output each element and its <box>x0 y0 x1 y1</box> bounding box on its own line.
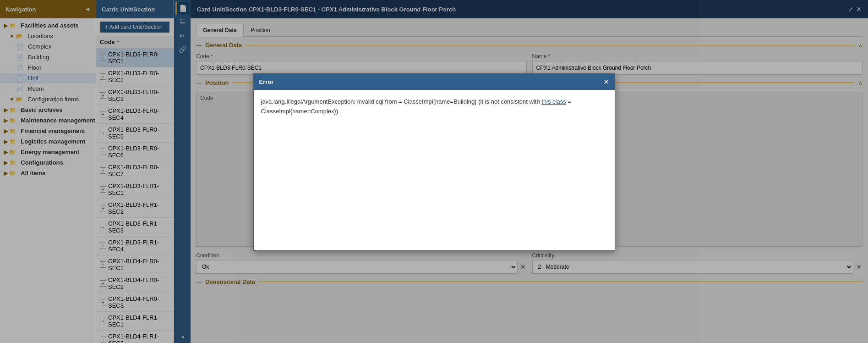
error-message-link[interactable]: this class <box>541 98 566 105</box>
dialog-overlay: Error ✕ java.lang.IllegalArgumentExcepti… <box>0 0 868 343</box>
error-dialog-body: java.lang.IllegalArgumentException: inva… <box>254 90 615 250</box>
error-message-prefix: java.lang.IllegalArgumentException: inva… <box>261 98 542 105</box>
error-dialog-header: Error ✕ <box>254 74 615 90</box>
error-dialog: Error ✕ java.lang.IllegalArgumentExcepti… <box>253 73 615 251</box>
error-dialog-title: Error <box>259 78 274 85</box>
error-dialog-close-btn[interactable]: ✕ <box>603 77 609 86</box>
